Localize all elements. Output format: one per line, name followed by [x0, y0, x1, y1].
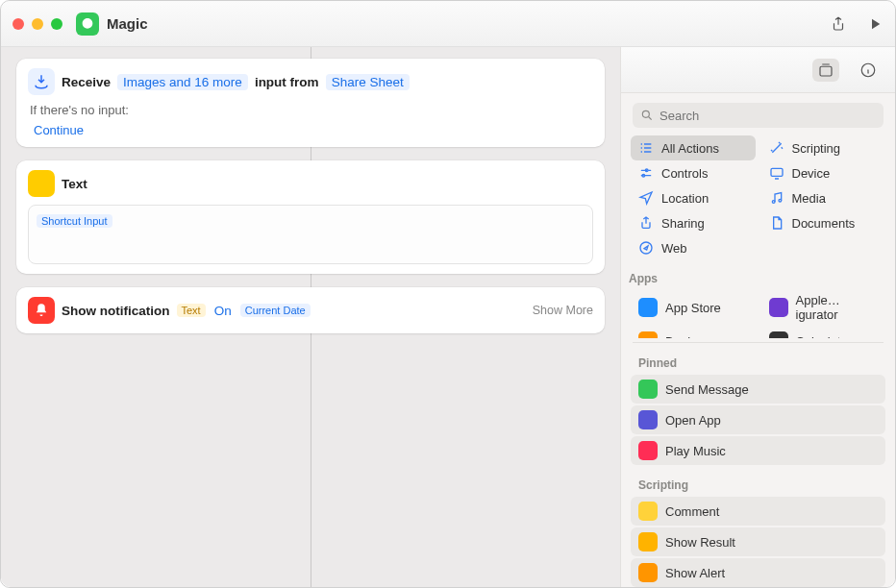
receive-types-token[interactable]: Images and 16 more: [117, 74, 248, 90]
receive-middle: input from: [255, 75, 319, 89]
pinned-open-app[interactable]: Open App: [631, 405, 885, 434]
action-icon: [638, 441, 658, 460]
text-label: Text: [62, 177, 87, 191]
list-icon: [638, 140, 654, 156]
category-all-actions[interactable]: All Actions: [631, 135, 756, 160]
action-icon: [638, 380, 658, 399]
receive-source-token[interactable]: Share Sheet: [326, 74, 410, 90]
category-documents[interactable]: Documents: [761, 210, 886, 235]
notify-date-token[interactable]: Current Date: [240, 304, 311, 317]
svg-rect-5: [771, 168, 783, 176]
share-icon[interactable]: [830, 15, 847, 33]
notify-on[interactable]: On: [212, 304, 234, 318]
continue-option[interactable]: Continue: [28, 121, 89, 139]
action-icon: [638, 502, 658, 521]
info-button[interactable]: [855, 59, 882, 82]
window-controls: [12, 18, 62, 30]
pinned-send-message[interactable]: Send Message: [631, 375, 885, 404]
app-icon: [769, 331, 788, 338]
sliders-icon: [638, 165, 654, 181]
svg-point-2: [642, 110, 649, 117]
shortcut-app-icon: [76, 12, 99, 36]
app-icon: [638, 331, 658, 338]
scripting-show-result[interactable]: Show Result: [631, 527, 885, 556]
action-show-notification[interactable]: Show notification Text On Current Date S…: [16, 287, 605, 333]
sidebar-toolbar: [621, 47, 895, 93]
monitor-icon: [769, 165, 784, 181]
receive-icon: [28, 68, 55, 95]
pinned-header: Pinned: [631, 351, 885, 373]
no-input-label: If there's no input:: [30, 103, 593, 117]
show-more-button[interactable]: Show More: [533, 304, 593, 317]
svg-rect-0: [820, 66, 832, 76]
svg-point-7: [779, 199, 782, 202]
svg-point-6: [772, 201, 775, 204]
scripting-comment[interactable]: Comment: [631, 497, 885, 526]
action-library: All ActionsScriptingControlsDeviceLocati…: [620, 47, 895, 587]
play-icon[interactable]: [866, 15, 884, 33]
category-scripting[interactable]: Scripting: [761, 135, 886, 160]
category-controls[interactable]: Controls: [631, 160, 756, 185]
compass-icon: [638, 240, 654, 256]
action-icon: [638, 563, 658, 582]
app-icon: [769, 298, 788, 317]
scripting-show-alert[interactable]: Show Alert: [631, 558, 885, 587]
notify-text-token[interactable]: Text: [177, 304, 206, 317]
apps-header: Apps: [621, 266, 895, 288]
minimize-button[interactable]: [32, 18, 43, 30]
divider: [633, 342, 884, 343]
share-icon: [638, 215, 654, 231]
window-title: Magic: [107, 15, 148, 32]
action-receive[interactable]: Receive Images and 16 more input from Sh…: [16, 59, 605, 147]
titlebar: Magic: [1, 1, 895, 47]
zoom-button[interactable]: [51, 18, 62, 30]
note-icon: [769, 190, 784, 206]
workflow-editor[interactable]: Receive Images and 16 more input from Sh…: [1, 47, 620, 587]
wand-icon: [769, 140, 784, 156]
action-text[interactable]: Text Shortcut Input: [16, 160, 605, 274]
category-location[interactable]: Location: [631, 185, 756, 210]
doc-icon: [769, 215, 784, 231]
app-books[interactable]: Books: [631, 327, 756, 338]
close-button[interactable]: [12, 18, 24, 30]
search-icon: [640, 109, 654, 122]
apps-list: App StoreApple…iguratorBooksCalculator: [621, 288, 895, 338]
category-grid: All ActionsScriptingControlsDeviceLocati…: [621, 135, 895, 266]
category-sharing[interactable]: Sharing: [631, 210, 756, 235]
pinned-play-music[interactable]: Play Music: [631, 436, 885, 465]
pinned-list: Send MessageOpen AppPlay Music: [631, 375, 885, 465]
receive-label: Receive: [62, 75, 111, 89]
search-input[interactable]: [660, 109, 876, 123]
text-icon: [28, 170, 55, 197]
text-body[interactable]: Shortcut Input: [28, 205, 593, 264]
app-icon: [638, 298, 658, 317]
nav-icon: [638, 190, 654, 206]
search-field[interactable]: [633, 103, 884, 128]
bell-icon: [28, 297, 55, 324]
category-media[interactable]: Media: [761, 185, 886, 210]
scripting-header: Scripting: [631, 473, 885, 495]
app-calculator[interactable]: Calculator: [761, 327, 886, 338]
notify-label: Show notification: [62, 304, 170, 318]
category-web[interactable]: Web: [631, 235, 756, 260]
category-device[interactable]: Device: [761, 160, 886, 185]
action-icon: [638, 410, 658, 429]
scripting-list: CommentShow ResultShow AlertAsk for Inpu…: [631, 497, 885, 587]
app-apple-igurator[interactable]: Apple…igurator: [761, 288, 886, 327]
action-icon: [638, 532, 658, 551]
shortcut-input-token[interactable]: Shortcut Input: [37, 214, 112, 228]
app-app-store[interactable]: App Store: [631, 288, 756, 327]
library-button[interactable]: [812, 59, 839, 82]
